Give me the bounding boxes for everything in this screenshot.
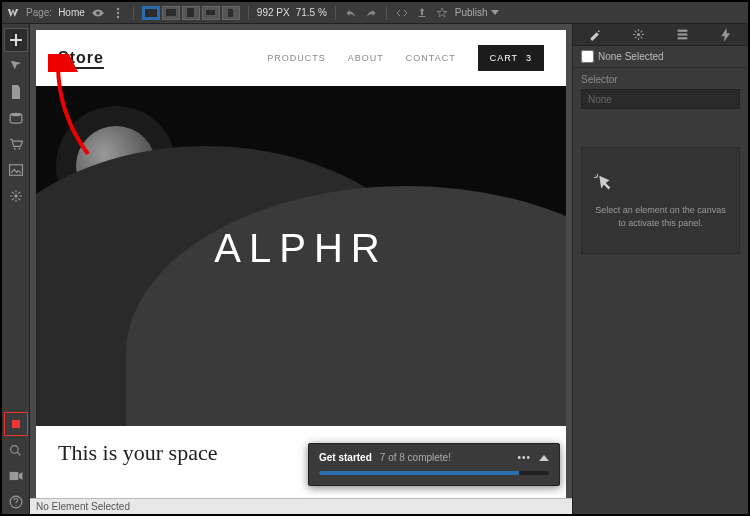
video-button[interactable] [4, 464, 28, 488]
chevron-up-icon[interactable] [539, 455, 549, 461]
canvas[interactable]: Store PRODUCTS ABOUT CONTACT CART 3 [36, 30, 566, 498]
site-header: Store PRODUCTS ABOUT CONTACT CART 3 [36, 30, 566, 86]
status-bar: No Element Selected [30, 498, 572, 514]
navigator-button[interactable] [4, 54, 28, 78]
eye-icon[interactable] [91, 6, 105, 20]
none-selected-row[interactable]: None Selected [573, 46, 748, 68]
assets-button[interactable] [4, 158, 28, 182]
publish-button[interactable]: Publish [455, 7, 499, 18]
svg-rect-15 [678, 37, 688, 39]
help-button[interactable] [4, 490, 28, 514]
publish-label: Publish [455, 7, 488, 18]
webflow-logo-icon[interactable] [6, 6, 20, 20]
tab-style[interactable] [586, 26, 604, 44]
selector-label: Selector [573, 68, 748, 87]
canvas-width[interactable]: 992 PX [257, 7, 290, 18]
more-horiz-icon[interactable]: ••• [517, 452, 531, 463]
top-toolbar: Page: Home 992 PX 71.5 % Publish [2, 2, 748, 24]
svg-point-1 [117, 11, 119, 13]
hero-section[interactable]: ALPHR [36, 86, 566, 426]
checklist-panel[interactable]: Get started 7 of 8 complete! ••• [308, 443, 560, 486]
breakpoint-desktop-large[interactable] [142, 6, 160, 20]
record-button[interactable] [4, 412, 28, 436]
pointer-icon [592, 172, 729, 194]
nav-about[interactable]: ABOUT [348, 53, 384, 63]
nav-contact[interactable]: CONTACT [406, 53, 456, 63]
svg-point-8 [11, 445, 19, 453]
cart-button[interactable]: CART 3 [478, 45, 544, 71]
selector-input[interactable]: None [581, 89, 740, 109]
redo-icon[interactable] [364, 6, 378, 20]
tab-style-manager[interactable] [673, 26, 691, 44]
chevron-down-icon [491, 10, 499, 15]
page-label: Page: [26, 7, 52, 18]
undo-icon[interactable] [344, 6, 358, 20]
empty-state-text: Select an element on the canvas to activ… [592, 204, 729, 229]
breakpoint-tablet[interactable] [182, 6, 200, 20]
search-button[interactable] [4, 438, 28, 462]
checklist-title: Get started [319, 452, 372, 463]
svg-rect-6 [9, 165, 22, 176]
none-selected-label: None Selected [598, 51, 664, 62]
export-icon[interactable] [415, 6, 429, 20]
audit-icon[interactable] [435, 6, 449, 20]
tab-interactions[interactable] [717, 26, 735, 44]
svg-point-7 [14, 194, 18, 198]
site-nav: PRODUCTS ABOUT CONTACT CART 3 [267, 45, 544, 71]
canvas-zoom[interactable]: 71.5 % [296, 7, 327, 18]
checklist-progress-bar [319, 471, 549, 475]
more-vert-icon[interactable] [111, 6, 125, 20]
breakpoint-mobile[interactable] [222, 6, 240, 20]
ecommerce-button[interactable] [4, 132, 28, 156]
nav-products[interactable]: PRODUCTS [267, 53, 326, 63]
cms-button[interactable] [4, 106, 28, 130]
svg-point-2 [117, 15, 119, 17]
status-text: No Element Selected [36, 501, 130, 512]
checklist-progress-text: 7 of 8 complete! [380, 452, 451, 463]
settings-button[interactable] [4, 184, 28, 208]
page-name[interactable]: Home [58, 7, 85, 18]
canvas-area: Store PRODUCTS ABOUT CONTACT CART 3 [30, 24, 572, 514]
selector-value: None [588, 94, 612, 105]
tab-settings[interactable] [630, 26, 648, 44]
add-element-button[interactable] [4, 28, 28, 52]
right-panel-tabs [573, 24, 748, 46]
breakpoint-mobile-landscape[interactable] [202, 6, 220, 20]
style-panel-empty-state: Select an element on the canvas to activ… [581, 147, 740, 254]
left-rail [2, 24, 30, 514]
svg-point-5 [18, 148, 20, 150]
right-panel: None Selected Selector None Select an el… [572, 24, 748, 514]
svg-point-11 [15, 505, 16, 506]
svg-rect-13 [678, 30, 688, 32]
breakpoint-desktop[interactable] [162, 6, 180, 20]
breakpoint-group [142, 6, 240, 20]
svg-point-0 [117, 7, 119, 9]
cart-count: 3 [526, 53, 532, 63]
cart-label: CART [490, 53, 518, 63]
code-icon[interactable] [395, 6, 409, 20]
svg-point-3 [10, 113, 22, 117]
svg-point-12 [637, 33, 640, 36]
pages-button[interactable] [4, 80, 28, 104]
svg-rect-9 [9, 472, 18, 480]
none-selected-checkbox[interactable] [581, 50, 594, 63]
svg-point-4 [13, 148, 15, 150]
hero-title[interactable]: ALPHR [36, 226, 566, 271]
site-logo[interactable]: Store [58, 49, 104, 67]
svg-rect-14 [678, 33, 688, 35]
